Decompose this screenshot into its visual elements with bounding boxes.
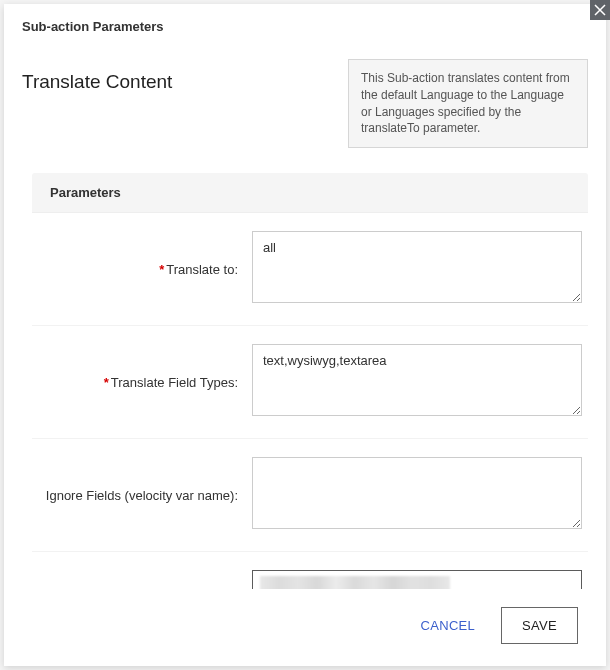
required-star: * [104,375,109,390]
form-row-ignore-fields: Ignore Fields (velocity var name): [32,439,588,552]
label-translate-field-types: *Translate Field Types: [32,344,252,414]
input-service-api-key[interactable] [252,570,582,589]
modal-dialog: Sub-action Parameters Translate Content … [4,4,606,666]
label-text-translate-to: Translate to: [166,262,238,277]
form-row-translate-to: *Translate to: [32,213,588,326]
label-text-translate-field-types: Translate Field Types: [111,375,238,390]
modal-header: Sub-action Parameters [4,4,606,49]
save-button[interactable]: SAVE [501,607,578,644]
close-icon [594,4,606,16]
page-title: Translate Content [22,59,172,93]
modal-body: Translate Content This Sub-action transl… [4,49,606,589]
modal-title: Sub-action Parameters [22,19,164,34]
label-translate-to: *Translate to: [32,231,252,301]
form-row-translate-field-types: *Translate Field Types: [32,326,588,439]
label-text-ignore-fields: Ignore Fields (velocity var name): [46,488,238,503]
input-translate-to[interactable] [252,231,582,303]
close-button[interactable] [590,0,610,20]
input-translate-field-types[interactable] [252,344,582,416]
parameters-section-header: Parameters [32,173,588,212]
label-ignore-fields: Ignore Fields (velocity var name): [32,457,252,527]
required-star: * [159,262,164,277]
modal-footer: CANCEL SAVE [4,589,606,666]
form-row-service-api-key: Service API Key: [32,552,588,589]
parameters-section: Parameters *Translate to: *Translate Fie… [32,173,588,589]
cancel-button[interactable]: CANCEL [415,610,482,641]
input-ignore-fields[interactable] [252,457,582,529]
description-box: This Sub-action translates content from … [348,59,588,148]
label-service-api-key: Service API Key: [32,570,252,589]
top-row: Translate Content This Sub-action transl… [22,59,588,148]
